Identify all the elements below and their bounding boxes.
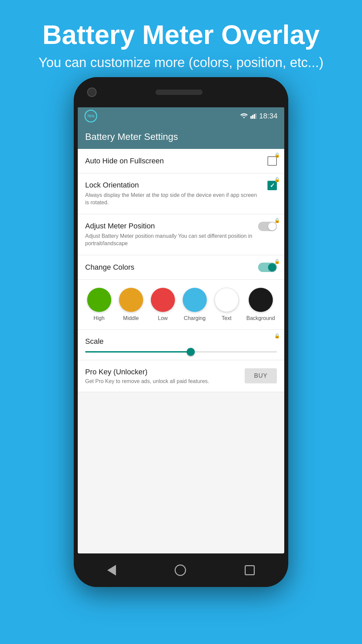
lock-orientation-title: Lock Orientation [85, 181, 262, 190]
camera [87, 88, 97, 97]
swatch-charging-label: Charging [184, 315, 205, 321]
swatch-low[interactable]: Low [151, 288, 175, 321]
color-swatches-section: High Middle Low Charging Text [78, 280, 284, 330]
nav-recents-icon [245, 565, 255, 575]
swatch-middle[interactable]: Middle [119, 288, 143, 321]
swatch-high[interactable]: High [87, 288, 111, 321]
scale-slider-thumb[interactable] [187, 348, 195, 356]
setting-lock-orientation[interactable]: 🔒 Lock Orientation Always display the Me… [78, 173, 284, 214]
time-display: 18:34 [259, 112, 278, 120]
scale-slider-track[interactable] [85, 351, 277, 353]
auto-hide-content: Auto Hide on Fullscreen [85, 157, 267, 165]
scale-label: Scale [85, 337, 277, 346]
adjust-position-toggle[interactable] [258, 222, 277, 231]
setting-adjust-position[interactable]: 🔒 Adjust Meter Position Adjust Battery M… [78, 214, 284, 255]
buy-button[interactable]: BUY [245, 368, 277, 383]
swatch-background-circle[interactable] [249, 288, 273, 312]
change-colors-content: Change Colors [85, 263, 258, 272]
swatch-background[interactable]: Background [246, 288, 275, 321]
swatch-high-label: High [94, 315, 105, 321]
scale-slider-fill [85, 351, 191, 353]
svg-marker-0 [250, 116, 252, 119]
svg-marker-3 [255, 113, 256, 119]
nav-home-icon [175, 565, 186, 576]
battery-indicator: 76% [84, 110, 97, 122]
bottom-nav [78, 553, 284, 587]
swatch-text-label: Text [222, 315, 231, 321]
pro-key-content: Pro Key (Unlocker) Get Pro Key to remove… [85, 368, 245, 384]
lock-icon-1: 🔒 [274, 152, 281, 159]
pro-key-section: Pro Key (Unlocker) Get Pro Key to remove… [78, 360, 284, 392]
swatch-text[interactable]: Text [215, 288, 239, 321]
header-subtitle: You can customize more (colors, position… [13, 55, 349, 70]
lock-orientation-desc: Always display the Meter at the top side… [85, 192, 262, 207]
swatch-charging[interactable]: Charging [183, 288, 207, 321]
swatch-text-circle[interactable] [215, 288, 239, 312]
setting-change-colors[interactable]: 🔒 Change Colors [78, 255, 284, 280]
change-colors-toggle[interactable] [258, 263, 277, 272]
lock-orientation-content: Lock Orientation Always display the Mete… [85, 181, 267, 207]
screen: 76% 18:34 Battery Meter Settings [78, 107, 284, 553]
swatch-high-circle[interactable] [87, 288, 111, 312]
header: Battery Meter Overlay You can customize … [0, 0, 362, 84]
adjust-position-desc: Adjust Battery Meter position manually Y… [85, 232, 253, 248]
swatch-low-label: Low [158, 315, 168, 321]
adjust-position-content: Adjust Meter Position Adjust Battery Met… [85, 222, 258, 248]
speaker [156, 90, 202, 95]
settings-list: 🔒 Auto Hide on Fullscreen 🔒 Lock Orienta… [78, 149, 284, 392]
pro-key-desc: Get Pro Key to remove ads, unlock all pa… [85, 378, 245, 384]
app-bar: Battery Meter Settings [78, 125, 284, 149]
battery-percent: 76% [84, 110, 97, 122]
scale-section: 🔒 Scale [78, 330, 284, 360]
nav-recents-button[interactable] [245, 565, 255, 575]
auto-hide-title: Auto Hide on Fullscreen [85, 157, 262, 165]
status-bar: 76% 18:34 [78, 107, 284, 125]
nav-back-button[interactable] [107, 565, 116, 576]
setting-auto-hide[interactable]: 🔒 Auto Hide on Fullscreen [78, 149, 284, 173]
change-colors-title: Change Colors [85, 263, 253, 272]
swatch-middle-label: Middle [123, 315, 139, 321]
lock-icon-5: 🔒 [274, 333, 281, 340]
swatch-background-label: Background [246, 315, 275, 321]
nav-back-icon [107, 565, 116, 576]
phone-frame: 76% 18:34 Battery Meter Settings [74, 77, 288, 587]
swatch-low-circle[interactable] [151, 288, 175, 312]
app-bar-title: Battery Meter Settings [85, 131, 277, 142]
status-icons: 18:34 [240, 112, 278, 120]
phone-top-bar [74, 77, 288, 107]
svg-marker-1 [252, 115, 253, 119]
lock-icon-2: 🔒 [274, 177, 281, 183]
header-title: Battery Meter Overlay [13, 20, 349, 50]
swatch-middle-circle[interactable] [119, 288, 143, 312]
svg-marker-2 [254, 114, 255, 119]
pro-key-title: Pro Key (Unlocker) [85, 368, 245, 376]
nav-home-button[interactable] [175, 565, 186, 576]
adjust-position-title: Adjust Meter Position [85, 222, 253, 230]
swatch-charging-circle[interactable] [183, 288, 207, 312]
